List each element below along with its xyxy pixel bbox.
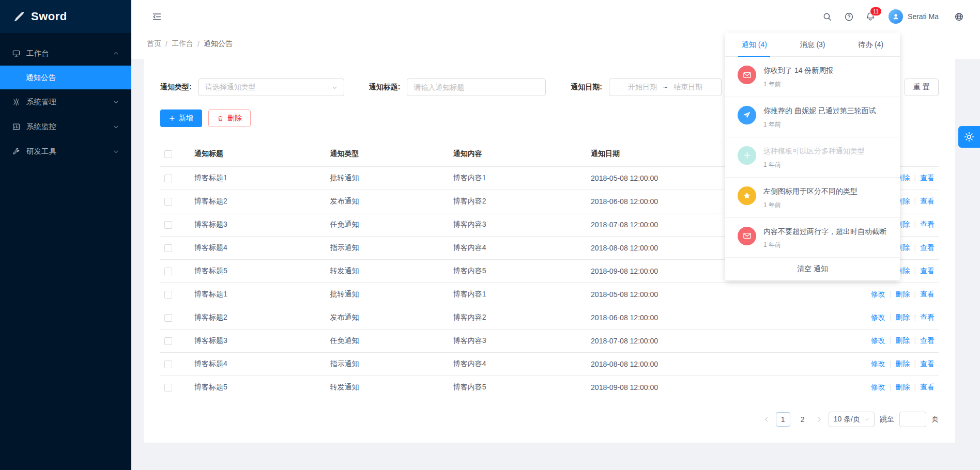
notification-item[interactable]: 你推荐的 曲妮妮 已通过第三轮面试 1 年前 <box>725 97 900 137</box>
breadcrumb-workbench[interactable]: 工作台 <box>172 39 193 49</box>
page-number-1[interactable]: 1 <box>776 412 790 427</box>
app-logo[interactable]: Sword <box>0 0 131 33</box>
view-link[interactable]: 查看 <box>920 267 935 275</box>
sidebar-item-label: 通知公告 <box>26 73 56 83</box>
title-filter-input[interactable] <box>414 83 539 91</box>
view-link[interactable]: 查看 <box>920 383 935 391</box>
star-icon <box>738 186 756 205</box>
notification-item[interactable]: 左侧图标用于区分不同的类型 1 年前 <box>725 178 900 218</box>
cell-content: 博客内容1 <box>449 283 587 306</box>
row-actions: 修改|删除|查看 <box>846 353 939 376</box>
row-checkbox[interactable] <box>164 361 172 368</box>
theme-settings-button[interactable] <box>958 126 980 148</box>
row-checkbox[interactable] <box>164 198 172 206</box>
edit-link[interactable]: 修改 <box>871 359 885 368</box>
row-actions: 修改|删除|查看 <box>846 283 939 306</box>
delete-link[interactable]: 删除 <box>895 359 910 368</box>
row-checkbox[interactable] <box>164 221 172 229</box>
select-all-checkbox[interactable] <box>164 150 172 158</box>
row-checkbox[interactable] <box>164 175 172 182</box>
cell-type: 转发通知 <box>326 376 449 399</box>
jump-label: 跳至 <box>880 415 894 424</box>
header-content: 通知内容 <box>449 142 587 167</box>
notification-body: 你收到了 14 份新周报 1 年前 <box>763 66 833 89</box>
notification-item[interactable]: 内容不要超过两行字，超出时自动截断 1 年前 <box>725 218 900 258</box>
view-link[interactable]: 查看 <box>920 220 935 228</box>
cell-content: 博客内容4 <box>449 353 587 376</box>
view-link[interactable]: 查看 <box>920 243 935 252</box>
sidebar-item-system-monitor[interactable]: 系统监控 <box>0 114 131 139</box>
delete-link[interactable]: 删除 <box>895 383 910 391</box>
cell-content: 博客内容2 <box>449 306 587 330</box>
clear-notifications-button[interactable]: 清空 通知 <box>725 258 900 280</box>
view-link[interactable]: 查看 <box>920 290 935 298</box>
help-icon[interactable] <box>838 6 860 27</box>
page-number-2[interactable]: 2 <box>795 412 810 427</box>
header-title: 通知标题 <box>190 142 326 167</box>
edit-link[interactable]: 修改 <box>871 313 885 321</box>
type-filter-select[interactable]: 请选择通知类型 <box>198 79 344 96</box>
delete-link[interactable]: 删除 <box>895 290 910 298</box>
breadcrumb-home[interactable]: 首页 <box>147 39 161 49</box>
view-link[interactable]: 查看 <box>920 359 935 368</box>
row-checkbox[interactable] <box>164 291 172 299</box>
notification-item[interactable]: 这种模板可以区分多种通知类型 1 年前 <box>725 137 900 178</box>
row-checkbox[interactable] <box>164 268 172 275</box>
row-check-cell <box>160 353 190 376</box>
notifications-bell-icon[interactable]: 11 <box>860 6 881 27</box>
view-link[interactable]: 查看 <box>920 197 935 205</box>
action-divider: | <box>914 243 916 252</box>
edit-link[interactable]: 修改 <box>871 336 885 344</box>
row-checkbox[interactable] <box>164 384 172 391</box>
notification-time: 1 年前 <box>763 161 865 169</box>
date-range-picker[interactable]: 开始日期 ~ 结束日期 <box>609 79 722 96</box>
notification-title: 内容不要超过两行字，超出时自动截断 <box>763 227 886 237</box>
row-checkbox[interactable] <box>164 337 172 345</box>
prev-page-icon[interactable] <box>762 416 771 422</box>
tab-todos[interactable]: 待办 (4) <box>841 33 900 56</box>
sidebar: Sword 工作台 通知公告 系统管理 <box>0 0 131 470</box>
delete-link[interactable]: 删除 <box>895 336 910 344</box>
add-button[interactable]: 新增 <box>160 109 202 127</box>
sidebar-item-dev-tools[interactable]: 研发工具 <box>0 139 131 164</box>
cell-type: 批转通知 <box>326 283 449 306</box>
row-checkbox[interactable] <box>164 244 172 252</box>
row-check-cell <box>160 237 190 260</box>
search-icon[interactable] <box>816 6 838 27</box>
breadcrumb-separator: / <box>197 40 200 48</box>
chevron-down-icon <box>113 124 119 130</box>
cell-type: 指示通知 <box>326 353 449 376</box>
notification-item[interactable]: 你收到了 14 份新周报 1 年前 <box>725 57 900 97</box>
filter-date-group: 通知日期: 开始日期 ~ 结束日期 <box>571 79 722 96</box>
tab-notifications[interactable]: 通知 (4) <box>725 33 784 56</box>
sidebar-item-notice[interactable]: 通知公告 <box>0 66 131 89</box>
tab-messages[interactable]: 消息 (3) <box>784 33 842 56</box>
sword-icon <box>13 11 25 22</box>
row-checkbox[interactable] <box>164 314 172 322</box>
page-size-select[interactable]: 10 条/页 <box>829 412 875 427</box>
action-divider: | <box>914 290 916 298</box>
sidebar-item-system-management[interactable]: 系统管理 <box>0 89 131 114</box>
sidebar-item-workbench[interactable]: 工作台 <box>0 41 131 66</box>
delete-link[interactable]: 删除 <box>895 313 910 321</box>
notification-title: 左侧图标用于区分不同的类型 <box>763 186 858 196</box>
next-page-icon[interactable] <box>815 416 823 422</box>
language-globe-icon[interactable] <box>948 6 970 27</box>
edit-link[interactable]: 修改 <box>871 383 885 391</box>
user-menu[interactable]: Serati Ma <box>889 9 939 24</box>
delete-button-label: 删除 <box>227 114 242 123</box>
cell-title: 博客标题5 <box>190 376 326 399</box>
view-link[interactable]: 查看 <box>920 313 935 321</box>
reset-button[interactable]: 重 置 <box>905 79 939 96</box>
edit-link[interactable]: 修改 <box>871 290 885 298</box>
cell-type: 任免通知 <box>326 213 449 237</box>
action-divider: | <box>914 359 916 368</box>
view-link[interactable]: 查看 <box>920 174 935 182</box>
collapse-sidebar-button[interactable] <box>146 6 167 27</box>
notification-time: 1 年前 <box>763 241 886 249</box>
jump-page-input[interactable] <box>903 415 923 424</box>
row-check-cell <box>160 213 190 237</box>
view-link[interactable]: 查看 <box>920 336 935 344</box>
cell-title: 博客标题2 <box>190 306 326 330</box>
delete-button[interactable]: 删除 <box>208 109 251 127</box>
